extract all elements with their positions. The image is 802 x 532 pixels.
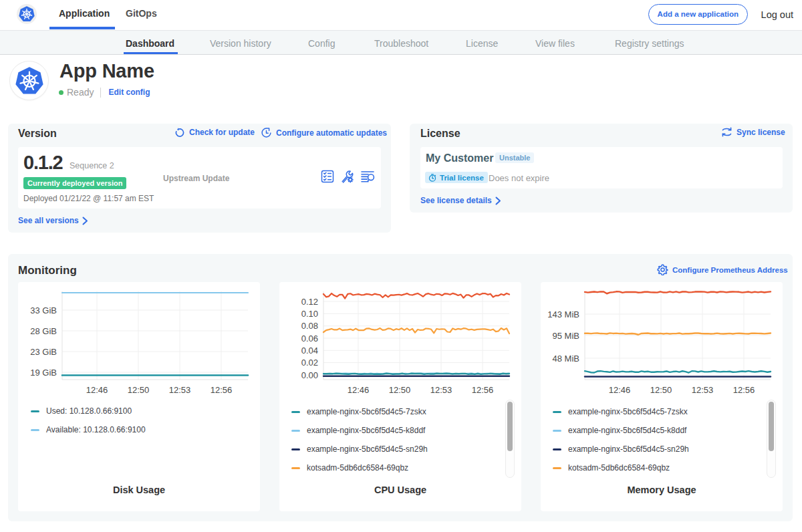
svg-text:12:53: 12:53: [692, 385, 714, 395]
svg-text:143 MiB: 143 MiB: [547, 309, 579, 319]
svg-text:0.12: 0.12: [301, 297, 318, 307]
svg-text:12:53: 12:53: [430, 385, 452, 395]
svg-text:12:46: 12:46: [348, 385, 370, 395]
svg-text:12:56: 12:56: [211, 385, 233, 395]
svg-text:12:50: 12:50: [650, 385, 672, 395]
svg-text:0.10: 0.10: [301, 309, 318, 319]
svg-text:12:56: 12:56: [472, 385, 494, 395]
svg-text:95 MiB: 95 MiB: [553, 331, 579, 341]
svg-text:0.02: 0.02: [301, 358, 318, 368]
svg-text:0.08: 0.08: [301, 321, 318, 331]
svg-text:12:46: 12:46: [609, 385, 631, 395]
svg-text:12:50: 12:50: [128, 385, 150, 395]
svg-text:28 GiB: 28 GiB: [30, 326, 57, 336]
svg-text:48 MiB: 48 MiB: [553, 354, 579, 364]
svg-text:12:56: 12:56: [733, 385, 755, 395]
svg-text:12:50: 12:50: [389, 385, 411, 395]
svg-text:12:53: 12:53: [169, 385, 191, 395]
svg-text:0.00: 0.00: [301, 370, 318, 380]
svg-text:23 GiB: 23 GiB: [30, 347, 57, 357]
svg-text:33 GiB: 33 GiB: [30, 305, 57, 315]
svg-text:0.06: 0.06: [301, 334, 318, 344]
svg-text:12:46: 12:46: [86, 385, 108, 395]
svg-text:19 GiB: 19 GiB: [30, 368, 57, 378]
svg-text:0.04: 0.04: [301, 346, 318, 356]
